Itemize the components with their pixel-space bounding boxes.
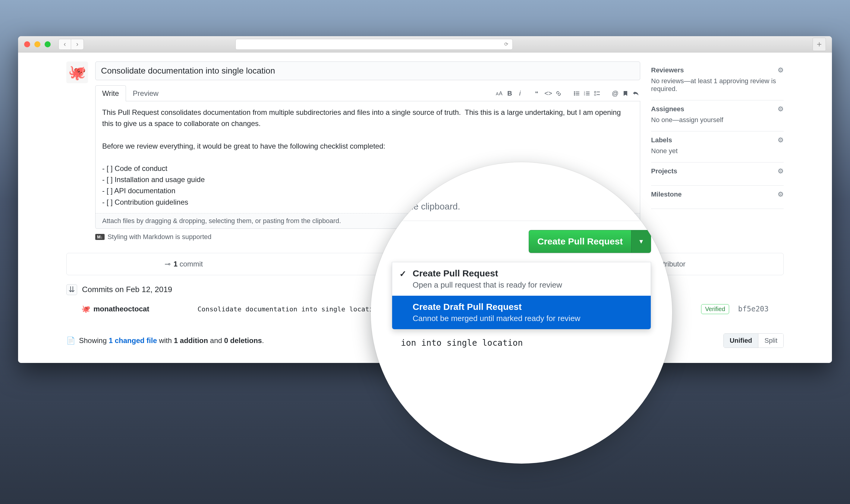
- commit-message[interactable]: Consolidate documentation into single lo…: [197, 305, 381, 313]
- gear-icon[interactable]: ⚙: [778, 105, 784, 113]
- sidebar-projects: Projects ⚙: [651, 162, 784, 186]
- commit-icon: ⊸: [165, 260, 170, 268]
- code-icon[interactable]: <>: [544, 89, 553, 98]
- reload-icon[interactable]: ⟳: [504, 41, 508, 47]
- markdown-hint-label: Styling with Markdown is supported: [108, 233, 212, 241]
- link-icon[interactable]: [554, 89, 563, 98]
- diff-unified-button[interactable]: Unified: [724, 334, 758, 347]
- assignees-title: Assignees: [651, 105, 684, 113]
- reviewers-title: Reviewers: [651, 66, 684, 74]
- svg-rect-10: [586, 92, 590, 92]
- stat-commits[interactable]: ⊸ 1 commit: [165, 260, 203, 268]
- tab-write[interactable]: Write: [95, 85, 126, 101]
- svg-rect-14: [586, 95, 590, 95]
- forward-button[interactable]: ›: [71, 39, 84, 50]
- author-avatar: 🐙: [66, 61, 88, 83]
- create-pr-dropdown-caret[interactable]: ▼: [631, 230, 651, 253]
- sidebar-labels: Labels ⚙ None yet: [651, 131, 784, 162]
- commits-icon: ⇊: [66, 284, 77, 295]
- milestone-title: Milestone: [651, 191, 682, 198]
- minimize-window-button[interactable]: [34, 41, 40, 47]
- author-avatar-small: 🐙: [82, 305, 90, 313]
- quote-icon[interactable]: “: [533, 89, 543, 98]
- sidebar-assignees: Assignees ⚙ No one—assign yourself: [651, 101, 784, 131]
- create-pr-split-button: Create Pull Request ▼: [529, 230, 651, 253]
- svg-point-7: [574, 94, 575, 95]
- svg-rect-12: [586, 93, 590, 94]
- editor-tabs: Write Preview AA B i “ <>: [95, 85, 640, 101]
- nav-buttons: ‹ ›: [58, 39, 84, 50]
- reply-icon[interactable]: [631, 89, 640, 98]
- reviewers-body: No reviews—at least 1 approving review i…: [651, 77, 784, 93]
- dropdown-option-create-pr[interactable]: ✓ Create Pull Request Open a pull reques…: [392, 262, 651, 296]
- svg-text:A: A: [496, 91, 499, 96]
- svg-text:“: “: [535, 90, 538, 96]
- italic-icon[interactable]: i: [516, 89, 524, 98]
- markdown-badge-icon: M↓: [95, 234, 105, 240]
- svg-point-5: [574, 93, 575, 94]
- assign-yourself-link[interactable]: assign yourself: [679, 116, 723, 124]
- gear-icon[interactable]: ⚙: [778, 136, 784, 144]
- diff-view-toggle: Unified Split: [723, 334, 784, 348]
- changed-files-link[interactable]: 1 changed file: [109, 337, 157, 344]
- mention-icon[interactable]: @: [611, 89, 620, 98]
- svg-text:3: 3: [584, 94, 585, 96]
- zoom-magnifier: . the clipboard. Create Pull Request ▼ ✓…: [371, 162, 672, 464]
- title-bar: ‹ › ⟳ +: [18, 36, 832, 52]
- heading-icon[interactable]: AA: [495, 89, 504, 98]
- file-diff-icon: 📄: [66, 337, 75, 345]
- svg-rect-16: [597, 92, 600, 92]
- svg-point-3: [574, 91, 575, 92]
- ordered-list-icon[interactable]: 123: [582, 89, 591, 98]
- sidebar-reviewers: Reviewers ⚙ No reviews—at least 1 approv…: [651, 61, 784, 101]
- labels-title: Labels: [651, 136, 672, 144]
- pr-sidebar: Reviewers ⚙ No reviews—at least 1 approv…: [651, 61, 784, 241]
- gear-icon[interactable]: ⚙: [778, 66, 784, 74]
- diff-split-button[interactable]: Split: [758, 334, 783, 347]
- assignees-body: No one—: [651, 116, 679, 124]
- unordered-list-icon[interactable]: [572, 89, 581, 98]
- pr-title-input[interactable]: [95, 61, 640, 80]
- svg-rect-8: [576, 95, 579, 95]
- commits-date-header: Commits on Feb 12, 2019: [82, 285, 172, 294]
- create-pr-button[interactable]: Create Pull Request: [529, 230, 631, 253]
- check-icon: ✓: [399, 269, 406, 279]
- svg-rect-17: [594, 94, 596, 95]
- tab-preview[interactable]: Preview: [126, 85, 165, 101]
- saved-replies-icon[interactable]: [621, 89, 630, 98]
- markdown-toolbar: AA B i “ <> 123: [488, 89, 640, 101]
- zoom-commit-fragment: ion into single location: [392, 329, 651, 348]
- projects-title: Projects: [651, 167, 677, 175]
- sidebar-milestone: Milestone ⚙: [651, 186, 784, 209]
- close-window-button[interactable]: [24, 41, 30, 47]
- svg-text:A: A: [499, 90, 503, 96]
- gear-icon[interactable]: ⚙: [778, 191, 784, 198]
- task-list-icon[interactable]: [593, 89, 602, 98]
- verified-badge[interactable]: Verified: [701, 304, 729, 314]
- dropdown-option-create-draft-pr[interactable]: Create Draft Pull Request Cannot be merg…: [392, 296, 651, 329]
- window-controls: [24, 41, 51, 47]
- labels-body: None yet: [651, 147, 784, 155]
- zoom-clipboard-fragment: . the clipboard.: [392, 201, 651, 221]
- bold-icon[interactable]: B: [505, 89, 514, 98]
- gear-icon[interactable]: ⚙: [778, 167, 784, 175]
- commit-sha[interactable]: bf5e203: [738, 305, 768, 313]
- back-button[interactable]: ‹: [58, 39, 71, 50]
- new-tab-button[interactable]: +: [813, 38, 826, 51]
- maximize-window-button[interactable]: [44, 41, 51, 47]
- commit-author[interactable]: 🐙 monatheoctocat: [82, 305, 149, 313]
- create-pr-dropdown: ✓ Create Pull Request Open a pull reques…: [392, 262, 651, 329]
- address-bar[interactable]: ⟳: [235, 39, 513, 50]
- svg-rect-6: [576, 93, 579, 94]
- svg-rect-18: [597, 94, 600, 95]
- svg-rect-4: [576, 92, 579, 92]
